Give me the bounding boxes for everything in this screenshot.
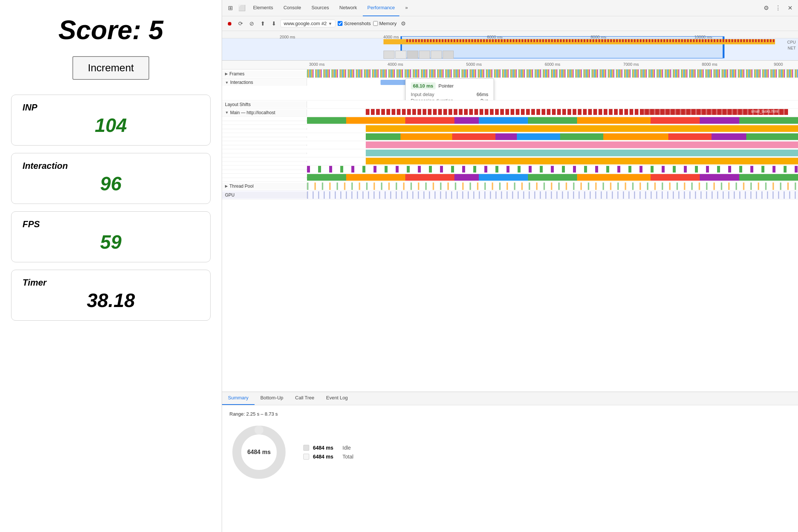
colored-bar-3	[307, 174, 798, 181]
url-dropdown-icon[interactable]: ▼	[328, 21, 332, 26]
score-title: Score: 5	[58, 15, 163, 45]
overview-tick-2000: 2000 ms	[280, 35, 295, 39]
frames-bar	[307, 69, 798, 78]
tooltip-input-delay-key: Input delay	[411, 92, 434, 97]
tab-event-log[interactable]: Event Log	[320, 392, 354, 405]
tab-sources[interactable]: Sources	[307, 0, 334, 16]
tooltip-processing-val: 0μs	[481, 98, 488, 100]
tab-elements[interactable]: Elements	[249, 0, 277, 16]
main-colored-content-2	[307, 133, 798, 141]
upload-icon[interactable]: ⬆	[258, 19, 267, 28]
thread-pool-row: ▶ Thread Pool	[222, 182, 798, 191]
legend-total-color	[303, 454, 309, 460]
main-yellow-label	[222, 128, 307, 130]
range-text: Range: 2.25 s – 8.73 s	[229, 411, 791, 417]
download-icon[interactable]: ⬇	[269, 19, 278, 28]
frames-content	[307, 69, 798, 78]
interactions-content: 68.10 ms Pointer Input delay 66ms Proces…	[307, 78, 798, 100]
interactions-expand-icon[interactable]: ▼	[225, 81, 229, 85]
layout-shifts-label: Layout Shifts	[222, 101, 307, 108]
main-yellow-label-2	[222, 161, 307, 162]
timer-card: Timer 38.18	[11, 270, 211, 321]
increment-button[interactable]: Increment	[72, 56, 150, 80]
timeline-main[interactable]: 3000 ms 4000 ms 5000 ms 6000 ms 7000 ms …	[222, 61, 798, 392]
fps-value: 59	[23, 231, 199, 253]
main-expand-icon[interactable]: ▼	[225, 110, 229, 115]
tooltip-input-delay-row: Input delay 66ms	[411, 92, 488, 97]
main-top-bar: small_tasks.html	[307, 109, 798, 116]
thread-pool-expand-icon[interactable]: ▶	[225, 184, 228, 188]
devtools-panel: ⊞ ⬜ Elements Console Sources Network Per…	[222, 0, 798, 532]
bottom-panel: Summary Bottom-Up Call Tree Event Log Ra…	[222, 392, 798, 532]
layout-shifts-row: Layout Shifts	[222, 100, 798, 109]
close-icon[interactable]: ✕	[785, 3, 795, 13]
gpu-content	[307, 191, 798, 199]
teal-wide-bar	[366, 150, 798, 156]
interactions-row: ▼ Interactions 68.10 ms Pointer Input de…	[222, 78, 798, 100]
inp-value: 104	[23, 114, 199, 136]
main-teal-label	[222, 153, 307, 154]
bottom-tabs: Summary Bottom-Up Call Tree Event Log	[222, 392, 798, 405]
memory-label: Memory	[379, 21, 397, 26]
tab-more[interactable]: »	[401, 0, 412, 16]
main-colored-content-3	[307, 174, 798, 181]
memory-checkbox[interactable]	[373, 21, 378, 26]
tab-network[interactable]: Network	[335, 0, 362, 16]
donut-label: 6484 ms	[247, 449, 270, 456]
legend-area: 6484 ms Idle 6484 ms Total	[303, 445, 354, 460]
main-pink-label	[222, 144, 307, 146]
record-icon[interactable]: ⏺	[225, 19, 234, 28]
tab-bottom-up[interactable]: Bottom-Up	[255, 392, 289, 405]
screenshot-thumb	[431, 51, 442, 59]
screenshots-checkbox[interactable]	[338, 21, 342, 26]
main-sparse-content-1	[307, 166, 798, 173]
tab-performance[interactable]: Performance	[363, 0, 399, 16]
fps-card: FPS 59	[11, 211, 211, 262]
frames-expand-icon[interactable]: ▶	[225, 72, 228, 76]
screenshots-strip	[383, 51, 798, 59]
inspect-icon[interactable]: ⊞	[225, 3, 235, 13]
timeline-overview[interactable]: 2000 ms 4000 ms 6000 ms 8000 ms 10000 ms…	[222, 31, 798, 61]
main-yellow-content	[307, 125, 798, 133]
tick-9000: 9000	[774, 62, 783, 66]
main-colored-row-3	[222, 174, 798, 182]
main-content: small_tasks.html	[307, 109, 798, 116]
tab-console[interactable]: Console	[279, 0, 306, 16]
tick-6000: 6000 ms	[545, 62, 560, 66]
sparse-bar-1	[307, 166, 798, 173]
url-bar: www.google.com #2 ▼	[280, 20, 335, 27]
layout-shifts-content	[307, 100, 798, 108]
tab-call-tree[interactable]: Call Tree	[289, 392, 320, 405]
more-options-icon[interactable]: ⋮	[773, 3, 783, 13]
thread-pool-bar	[307, 183, 798, 190]
main-pink-row	[222, 141, 798, 149]
tab-summary[interactable]: Summary	[222, 392, 255, 405]
clear-icon[interactable]: ⊘	[247, 19, 256, 28]
inp-card: INP 104	[11, 95, 211, 146]
main-sparse-label-1	[222, 169, 307, 170]
main-yellow-content-2	[307, 157, 798, 165]
reload-icon[interactable]: ⟳	[236, 19, 245, 28]
device-icon[interactable]: ⬜	[237, 3, 247, 13]
interactions-label: ▼ Interactions	[222, 78, 307, 86]
timeline-ticks-row: 3000 ms 4000 ms 5000 ms 6000 ms 7000 ms …	[222, 61, 798, 69]
pink-wide-bar	[366, 141, 798, 148]
settings-icon[interactable]: ⚙	[761, 3, 771, 13]
screenshot-thumb	[407, 51, 418, 59]
thread-pool-label: ▶ Thread Pool	[222, 183, 307, 190]
main-teal-content	[307, 149, 798, 157]
main-yellow-row	[222, 125, 798, 133]
overview-tick-4000: 4000 ms	[383, 35, 399, 39]
memory-checkbox-label: Memory	[373, 21, 397, 26]
interaction-tooltip: 68.10 ms Pointer Input delay 66ms Proces…	[405, 78, 494, 100]
main-colored-label-2	[222, 136, 307, 138]
main-colored-label-1	[222, 120, 307, 122]
screenshot-thumb	[383, 51, 395, 59]
tooltip-type: Pointer	[439, 83, 454, 89]
capture-settings-icon[interactable]: ⚙	[399, 19, 407, 28]
net-label: NET	[788, 46, 796, 50]
main-sparse-row-1	[222, 166, 798, 174]
interaction-card: Interaction 96	[11, 153, 211, 204]
screenshots-checkbox-label: Screenshots	[338, 21, 371, 26]
summary-chart-area: 6484 ms 6484 ms Idle 6484 ms Total	[229, 423, 791, 482]
